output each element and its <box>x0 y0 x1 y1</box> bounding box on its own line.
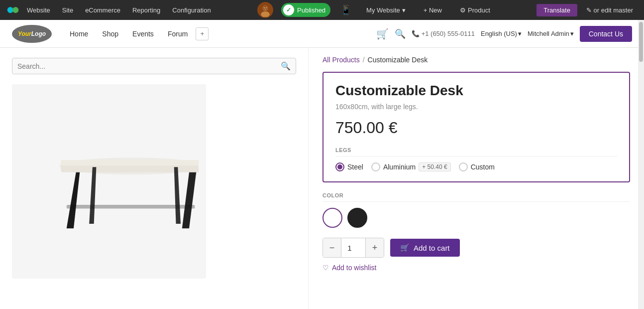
nav-home[interactable]: Home <box>64 27 94 41</box>
radio-steel-fill <box>337 164 342 169</box>
svg-rect-9 <box>61 160 199 165</box>
quantity-decrease-button[interactable]: − <box>323 238 341 257</box>
breadcrumb-all-products[interactable]: All Products <box>322 56 360 64</box>
breadcrumb-current: Customizable Desk <box>368 56 428 64</box>
new-button[interactable]: + New <box>419 4 447 16</box>
logo-oval: Your Logo <box>12 25 52 43</box>
edit-master-button[interactable]: ✎ or edit master <box>581 4 638 16</box>
admin-bar-right: Translate ✎ or edit master <box>537 4 638 16</box>
svg-point-0 <box>7 7 13 13</box>
radio-custom <box>459 162 468 171</box>
product-subtitle: 160x80cm, with large legs. <box>335 103 617 111</box>
chevron-down-icon: ▾ <box>402 6 406 14</box>
nav-events[interactable]: Events <box>126 27 160 41</box>
avatar[interactable] <box>257 2 273 18</box>
admin-nav-ecommerce[interactable]: eCommerce <box>80 4 125 16</box>
site-nav: Your Logo Home Shop Events Forum + 🛒 🔍 📞… <box>0 20 644 48</box>
my-website-label: My Website <box>366 6 400 14</box>
svg-rect-10 <box>67 205 195 209</box>
phone-icon: 📞 <box>412 30 420 37</box>
site-nav-actions: 🛒 🔍 📞 +1 (650) 555-0111 English (US) ▾ M… <box>376 26 632 42</box>
nav-forum[interactable]: Forum <box>162 27 194 41</box>
wishlist-label: Add to wishlist <box>332 264 376 272</box>
translate-button[interactable]: Translate <box>537 4 577 16</box>
color-black[interactable] <box>347 208 367 228</box>
color-white[interactable] <box>322 208 342 228</box>
main-content: 🔍 All Produ <box>0 48 644 309</box>
leg-option-aluminium[interactable]: Aluminium + 50.40 € <box>371 162 451 171</box>
odoo-logo <box>6 3 20 17</box>
phone-info: 📞 +1 (650) 555-0111 <box>412 30 475 37</box>
gear-icon: ⚙ <box>460 6 466 14</box>
breadcrumb: All Products / Customizable Desk <box>322 56 630 64</box>
wishlist-button[interactable]: ♡ Add to wishlist <box>322 264 630 272</box>
logo-your: Your <box>18 30 31 37</box>
breadcrumb-separator: / <box>363 56 365 64</box>
svg-point-4 <box>263 6 268 10</box>
scrollbar-thumb[interactable] <box>639 22 643 62</box>
add-nav-item-button[interactable]: + <box>196 27 209 40</box>
add-to-cart-label: Add to cart <box>414 244 450 252</box>
leg-custom-label: Custom <box>471 163 495 171</box>
product-detail-box: Customizable Desk 160x80cm, with large l… <box>322 72 630 182</box>
language-selector[interactable]: English (US) ▾ <box>481 30 522 37</box>
admin-nav-site[interactable]: Site <box>57 4 78 16</box>
radio-aluminium <box>371 162 380 171</box>
new-label: + New <box>424 6 442 14</box>
scrollbar-track[interactable] <box>638 20 644 309</box>
product-price: 750.00 € <box>335 119 617 137</box>
aluminium-price-badge: + 50.40 € <box>419 162 450 171</box>
cart-icon-btn: 🛒 <box>400 243 410 252</box>
svg-point-5 <box>264 7 265 8</box>
contact-us-button[interactable]: Contact Us <box>580 26 632 42</box>
language-label: English (US) <box>481 30 517 37</box>
leg-option-custom[interactable]: Custom <box>459 162 495 171</box>
admin-bar-center: Published 📱 My Website ▾ + New ⚙ Product <box>220 2 533 18</box>
search-input[interactable] <box>17 62 281 70</box>
quantity-increase-button[interactable]: + <box>366 238 384 257</box>
nav-search-icon[interactable]: 🔍 <box>395 28 406 39</box>
admin-bar: Website Site eCommerce Reporting Configu… <box>0 0 644 20</box>
left-panel: 🔍 <box>0 48 309 309</box>
radio-steel <box>335 162 344 171</box>
lang-chevron-icon: ▾ <box>518 30 522 37</box>
toggle-dot <box>283 4 294 15</box>
right-panel: All Products / Customizable Desk Customi… <box>309 48 644 309</box>
svg-point-3 <box>261 11 270 17</box>
svg-point-6 <box>266 7 267 8</box>
leg-option-steel[interactable]: Steel <box>335 162 363 171</box>
my-website-button[interactable]: My Website ▾ <box>361 4 411 16</box>
published-label: Published <box>297 6 325 14</box>
leg-aluminium-label: Aluminium <box>383 163 416 171</box>
user-chevron-icon: ▾ <box>570 30 574 37</box>
search-submit-icon[interactable]: 🔍 <box>281 61 291 71</box>
product-label: Product <box>468 6 490 14</box>
logo-logo: Logo <box>31 30 46 37</box>
admin-nav-website[interactable]: Website <box>22 4 55 16</box>
search-box: 🔍 <box>12 58 296 74</box>
leg-steel-label: Steel <box>347 163 363 171</box>
product-image <box>12 84 206 279</box>
mobile-icon[interactable]: 📱 <box>338 2 353 17</box>
desk-illustration <box>19 115 199 247</box>
site-nav-links: Home Shop Events Forum + <box>64 27 376 41</box>
legs-label: LEGS <box>335 147 617 156</box>
phone-number: +1 (650) 555-0111 <box>422 30 475 37</box>
published-toggle[interactable]: Published <box>281 3 330 17</box>
quantity-input[interactable] <box>341 238 366 257</box>
svg-point-1 <box>12 7 18 13</box>
cart-icon[interactable]: 🛒 <box>376 28 389 40</box>
heart-icon: ♡ <box>322 264 329 272</box>
cart-row: − + 🛒 Add to cart <box>322 238 630 258</box>
legs-options: Steel Aluminium + 50.40 € Custom <box>335 162 617 171</box>
site-logo[interactable]: Your Logo <box>12 25 52 43</box>
color-options <box>322 208 630 228</box>
admin-bar-left: Website Site eCommerce Reporting Configu… <box>6 3 216 17</box>
add-to-cart-button[interactable]: 🛒 Add to cart <box>390 239 460 257</box>
admin-nav-reporting[interactable]: Reporting <box>127 4 165 16</box>
user-menu[interactable]: Mitchell Admin ▾ <box>528 30 574 37</box>
color-section: COLOR <box>322 192 630 228</box>
admin-nav-configuration[interactable]: Configuration <box>167 4 215 16</box>
product-button[interactable]: ⚙ Product <box>455 4 495 16</box>
nav-shop[interactable]: Shop <box>96 27 124 41</box>
